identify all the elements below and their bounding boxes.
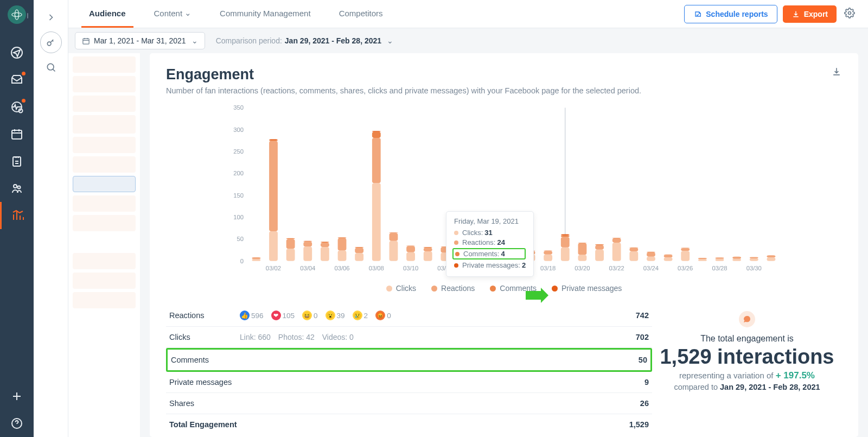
summary-line2: representing a variation of + 197.5% bbox=[652, 370, 842, 381]
svg-rect-35 bbox=[303, 242, 312, 246]
date-range-picker[interactable]: Mar 1, 2021 - Mar 31, 2021 ⌄ bbox=[75, 32, 205, 49]
nav-calendar-icon[interactable] bbox=[0, 121, 34, 148]
highlight-arrow bbox=[526, 291, 541, 300]
svg-text:03/18: 03/18 bbox=[540, 265, 556, 271]
export-label: Export bbox=[804, 10, 828, 18]
comparison-period-picker[interactable]: Comparison period: Jan 29, 2021 - Feb 28… bbox=[216, 36, 393, 45]
chevron-down-icon: ⌄ bbox=[184, 8, 192, 18]
subnav-key-icon[interactable] bbox=[40, 31, 62, 53]
stat-row-total: Total Engagement 1,529 bbox=[166, 414, 652, 435]
svg-text:250: 250 bbox=[233, 148, 244, 155]
chart-legend: Clicks Reactions Comments Private messag… bbox=[166, 284, 842, 293]
svg-rect-6 bbox=[12, 130, 22, 139]
svg-rect-91 bbox=[612, 243, 621, 261]
svg-text:150: 150 bbox=[233, 192, 244, 199]
stat-row-clicks: Clicks Link: 660Photos: 42Videos: 0 702 bbox=[166, 327, 652, 348]
sub-rail bbox=[34, 0, 68, 437]
svg-rect-105 bbox=[681, 248, 690, 249]
svg-text:03/28: 03/28 bbox=[712, 265, 727, 271]
nav-notes-icon[interactable] bbox=[0, 148, 34, 175]
svg-rect-103 bbox=[681, 251, 690, 261]
svg-rect-25 bbox=[252, 258, 260, 259]
nav-add-icon[interactable] bbox=[0, 383, 34, 410]
svg-rect-38 bbox=[321, 247, 329, 261]
tab-competitors[interactable]: Competitors bbox=[331, 0, 391, 28]
svg-rect-37 bbox=[303, 241, 312, 242]
svg-text:50: 50 bbox=[237, 236, 244, 242]
subnav-expand-icon[interactable] bbox=[40, 7, 62, 28]
tab-audience[interactable]: Audience bbox=[81, 0, 133, 28]
nav-inbox-icon[interactable] bbox=[0, 66, 34, 93]
svg-text:03/04: 03/04 bbox=[300, 265, 315, 271]
svg-text:0: 0 bbox=[240, 258, 244, 264]
gear-icon[interactable] bbox=[844, 8, 855, 21]
svg-rect-96 bbox=[629, 248, 638, 248]
svg-rect-100 bbox=[664, 257, 673, 261]
svg-rect-42 bbox=[338, 238, 347, 251]
svg-rect-50 bbox=[372, 131, 381, 132]
summary-box: The total engagement is 1,529 interactio… bbox=[652, 305, 842, 435]
app-logo[interactable] bbox=[8, 5, 26, 24]
svg-rect-83 bbox=[561, 235, 570, 237]
stat-row-private-messages: Private messages 9 bbox=[166, 372, 652, 393]
svg-rect-40 bbox=[321, 242, 329, 243]
tab-content[interactable]: Content⌄ bbox=[146, 0, 200, 28]
svg-rect-106 bbox=[698, 259, 707, 261]
stat-row-comments: Comments 50 bbox=[166, 348, 652, 372]
side-panel bbox=[68, 53, 140, 437]
svg-rect-26 bbox=[252, 257, 260, 258]
nav-rail bbox=[0, 0, 34, 437]
svg-text:03/20: 03/20 bbox=[575, 265, 590, 271]
svg-rect-30 bbox=[269, 139, 278, 140]
svg-point-2 bbox=[15, 10, 18, 20]
nav-publish-icon[interactable] bbox=[0, 39, 34, 66]
chevron-down-icon: ⌄ bbox=[387, 36, 393, 45]
svg-text:350: 350 bbox=[233, 104, 244, 111]
svg-rect-28 bbox=[269, 141, 278, 231]
legend-reactions[interactable]: Reactions bbox=[431, 284, 475, 293]
svg-point-9 bbox=[18, 186, 21, 189]
tab-content-label: Content bbox=[154, 9, 183, 18]
legend-private-messages[interactable]: Private messages bbox=[552, 284, 622, 293]
svg-rect-86 bbox=[578, 243, 587, 255]
chevron-down-icon: ⌄ bbox=[192, 36, 198, 45]
svg-rect-114 bbox=[767, 257, 776, 261]
chat-icon bbox=[739, 311, 755, 327]
svg-rect-52 bbox=[390, 233, 398, 241]
svg-rect-47 bbox=[372, 183, 381, 261]
svg-rect-27 bbox=[269, 231, 278, 261]
svg-rect-36 bbox=[303, 241, 312, 242]
export-button[interactable]: Export bbox=[783, 5, 837, 23]
date-bar: Mar 1, 2021 - Mar 31, 2021 ⌄ Comparison … bbox=[68, 28, 868, 53]
tab-community-management[interactable]: Community Management bbox=[212, 0, 318, 28]
svg-rect-59 bbox=[424, 247, 432, 248]
svg-rect-43 bbox=[338, 237, 347, 238]
legend-clicks[interactable]: Clicks bbox=[386, 284, 416, 293]
svg-rect-81 bbox=[561, 248, 570, 261]
svg-rect-101 bbox=[664, 255, 673, 257]
svg-rect-108 bbox=[716, 259, 724, 261]
svg-rect-94 bbox=[629, 251, 638, 261]
svg-rect-54 bbox=[406, 252, 415, 261]
subnav-search-icon[interactable] bbox=[40, 56, 62, 78]
schedule-reports-button[interactable]: Schedule reports bbox=[684, 5, 777, 23]
stat-row-reactions: Reactions 👍596 ❤105 😆0 😮39 😢2 😡0 742 bbox=[166, 305, 652, 327]
svg-rect-88 bbox=[595, 250, 604, 261]
svg-point-8 bbox=[14, 185, 17, 188]
svg-rect-112 bbox=[750, 258, 758, 261]
svg-rect-46 bbox=[355, 247, 363, 248]
date-range-label: Mar 1, 2021 - Mar 31, 2021 bbox=[94, 36, 186, 45]
svg-rect-29 bbox=[269, 140, 278, 141]
svg-text:03/22: 03/22 bbox=[609, 265, 624, 271]
svg-rect-24 bbox=[252, 259, 260, 261]
svg-rect-109 bbox=[716, 257, 724, 258]
nav-listen-icon[interactable] bbox=[0, 93, 34, 121]
nav-help-icon[interactable] bbox=[0, 410, 34, 437]
svg-text:03/06: 03/06 bbox=[334, 265, 349, 271]
svg-point-12 bbox=[47, 64, 54, 70]
nav-team-icon[interactable] bbox=[0, 175, 34, 202]
svg-rect-39 bbox=[321, 243, 329, 247]
download-icon[interactable] bbox=[831, 66, 842, 79]
nav-analytics-icon[interactable] bbox=[0, 202, 34, 229]
svg-rect-41 bbox=[338, 250, 347, 261]
